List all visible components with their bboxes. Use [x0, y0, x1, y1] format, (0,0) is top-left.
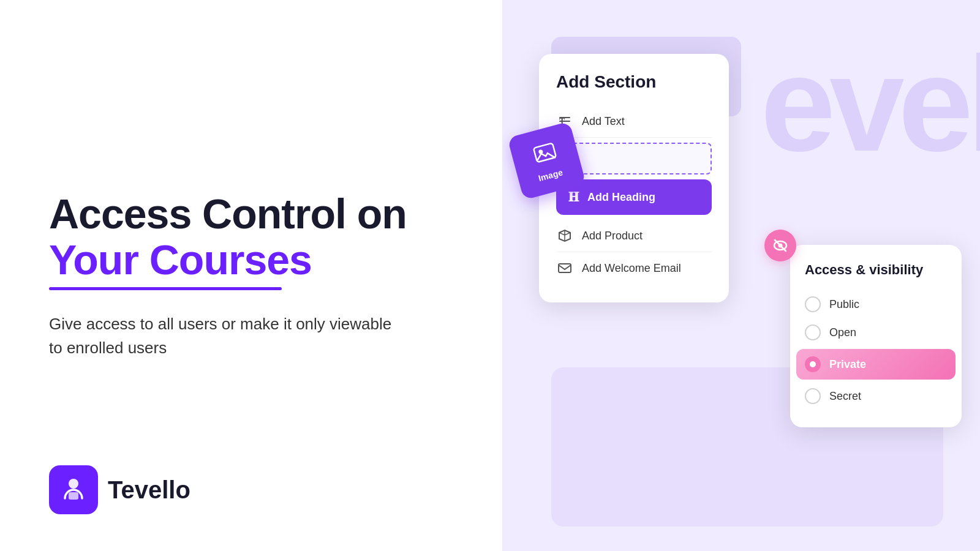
logo-area: Tevello [49, 465, 190, 514]
svg-point-0 [69, 479, 78, 489]
headline-line1: Access Control on [49, 191, 453, 237]
add-product-label: Add Product [582, 230, 643, 242]
radio-secret[interactable]: Secret [805, 382, 947, 410]
image-icon [531, 139, 559, 171]
access-visibility-card: Access & visibility Public Open Private … [790, 245, 962, 427]
description-text: Give access to all users or make it only… [49, 312, 404, 360]
add-product-item[interactable]: Add Product [556, 220, 712, 252]
logo-text: Tevello [108, 476, 190, 504]
add-text-label: Add Text [582, 115, 625, 128]
radio-circle-secret [805, 388, 821, 404]
email-icon [556, 260, 573, 277]
heading-icon: 𝐇 [568, 189, 579, 205]
radio-public[interactable]: Public [805, 290, 947, 318]
svg-rect-2 [533, 143, 556, 162]
add-section-title: Add Section [556, 72, 712, 92]
svg-rect-1 [69, 492, 78, 500]
left-panel: Access Control on Your Courses Give acce… [0, 0, 502, 551]
radio-open[interactable]: Open [805, 318, 947, 347]
radio-label-secret: Secret [829, 390, 861, 403]
headline-line2: Your Courses [49, 237, 453, 283]
headline-underline [49, 287, 282, 290]
access-visibility-title: Access & visibility [805, 262, 947, 278]
radio-circle-private [805, 356, 821, 372]
product-icon [556, 227, 573, 244]
add-text-item[interactable]: T Add Text [556, 105, 712, 138]
radio-circle-open [805, 324, 821, 340]
right-panel: evel Image Add Section T Add Text [502, 0, 980, 551]
svg-rect-5 [559, 264, 571, 272]
visibility-toggle-button[interactable] [764, 230, 796, 261]
radio-private[interactable]: Private [796, 349, 956, 380]
radio-label-private: Private [829, 358, 866, 371]
add-email-label: Add Welcome Email [582, 262, 681, 275]
add-email-item[interactable]: Add Welcome Email [556, 252, 712, 284]
radio-label-public: Public [829, 298, 859, 311]
add-heading-label: Add Heading [587, 191, 655, 204]
watermark-text: evel [761, 37, 980, 171]
radio-label-open: Open [829, 326, 856, 339]
radio-circle-public [805, 296, 821, 312]
logo-icon [49, 465, 98, 514]
